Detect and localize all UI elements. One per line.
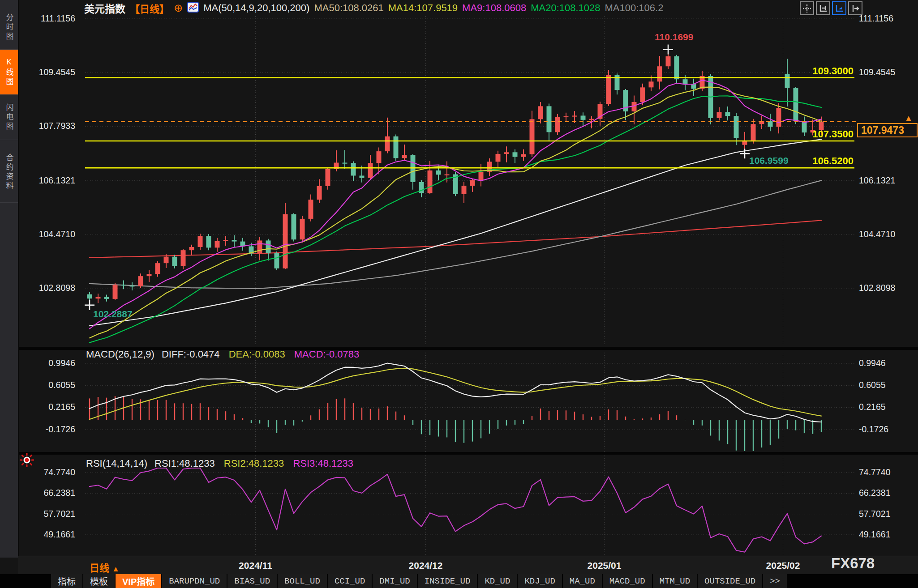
candle-body <box>513 152 518 157</box>
tab-barupdn-ud[interactable]: BARUPDN_UD <box>162 574 227 588</box>
candle-body <box>113 285 118 299</box>
macd-bar <box>370 409 371 420</box>
macd-bar <box>429 420 430 435</box>
candle-body <box>691 84 696 89</box>
macd-bar <box>463 420 464 443</box>
add-indicator-icon[interactable]: ⊕ <box>174 3 183 13</box>
sidebar-item-timeshare-chart[interactable]: 分时图 <box>0 5 18 50</box>
tab-cci-ud[interactable]: CCI_UD <box>328 574 372 588</box>
macd-bar <box>804 420 805 433</box>
price-axis-label: 106.1321 <box>859 175 917 186</box>
price-axis-label: 109.4545 <box>859 67 917 77</box>
candle-body <box>674 56 679 79</box>
left-sidebar: 分时图 K线图 闪电图 合约资料 <box>0 0 19 558</box>
macd-bar <box>566 410 566 420</box>
pane-separator <box>18 452 918 455</box>
sidebar-item-candle-chart[interactable]: K线图 <box>0 50 18 95</box>
tab-bias-ud[interactable]: BIAS_UD <box>227 574 277 588</box>
macd-bar <box>634 419 635 420</box>
price-axis-label: 107.7933 <box>17 121 75 131</box>
macd-axis-label: -0.1726 <box>17 424 75 435</box>
tab-vip-indicators[interactable]: VIP指标 <box>116 574 161 588</box>
candle-body <box>581 115 586 119</box>
sidebar-item-label: 闪电图 <box>4 103 15 132</box>
candle-body <box>555 117 560 132</box>
candle-body <box>283 214 288 268</box>
swing-high-label: 110.1699 <box>655 32 693 43</box>
sidebar-item-contract-info[interactable]: 合约资料 <box>0 142 18 203</box>
macd-bar <box>217 409 218 420</box>
candle-body <box>547 106 552 132</box>
candle-body <box>470 180 475 186</box>
candle-body <box>725 112 730 116</box>
live-blinker-icon <box>20 453 34 469</box>
date-tick-label: 2025/01 <box>578 560 631 571</box>
tab-inside-ud[interactable]: INSIDE_UD <box>418 574 477 588</box>
tab-boll-ud[interactable]: BOLL_UD <box>278 574 327 588</box>
macd-bar <box>600 416 601 420</box>
tab-dmi-ud[interactable]: DMI_UD <box>373 574 416 588</box>
ma100-value: MA100:106.2 <box>605 2 664 14</box>
candle-body <box>649 81 654 87</box>
tab-indicators[interactable]: 指标 <box>51 574 82 588</box>
tab-templates[interactable]: 模板 <box>83 574 115 588</box>
tab-kdj-ud[interactable]: KDJ_UD <box>518 574 562 588</box>
time-axis-strip: 日线▲ 2024/11 2024/12 2025/01 2025/02 <box>18 556 918 575</box>
macd-bar <box>651 418 652 420</box>
macd-bar <box>310 415 311 420</box>
rsi-axis-label: 66.2381 <box>859 488 917 498</box>
period-selector[interactable]: 日线▲ <box>90 560 120 574</box>
macd-bar <box>685 420 686 420</box>
candle-body <box>275 253 279 268</box>
macd-axis-label: 0.6055 <box>17 380 75 390</box>
pan-tool-button[interactable] <box>800 1 814 15</box>
candle-body <box>717 112 722 118</box>
candle-body <box>172 257 177 266</box>
macd-bar <box>268 420 269 427</box>
ma14-value: MA14:107.9519 <box>388 2 458 14</box>
sidebar-item-lightning-chart[interactable]: 闪电图 <box>0 95 18 140</box>
axis-scale-button[interactable] <box>816 1 830 15</box>
tab-outside-ud[interactable]: OUTSIDE_UD <box>698 574 762 588</box>
brand-watermark: FX678 <box>831 555 875 572</box>
indicator-tabbar: 指标 模板 VIP指标 BARUPDN_UD BIAS_UD BOLL_UD C… <box>0 574 918 588</box>
macd-bar <box>132 399 133 420</box>
macd-bar <box>115 396 116 420</box>
tab-kd-ud[interactable]: KD_UD <box>478 574 517 588</box>
macd-bar <box>319 409 320 420</box>
chart-plot-area[interactable] <box>0 0 918 588</box>
candle-body <box>794 88 798 121</box>
macd-bar <box>344 398 345 420</box>
macd-bar <box>412 420 413 425</box>
candle-body <box>445 175 450 175</box>
macd-bar <box>540 409 541 420</box>
candle-body <box>257 240 262 253</box>
tab-macd-ud[interactable]: MACD_UD <box>603 574 652 588</box>
macd-bar <box>770 420 771 445</box>
candle-body <box>232 240 237 242</box>
date-tick-label: 2024/12 <box>399 560 453 571</box>
macd-bar <box>387 406 388 420</box>
macd-bar <box>617 410 618 420</box>
candle-body <box>530 119 535 154</box>
rsi3-value: RSI3:48.1233 <box>293 458 353 469</box>
rsi2-value: RSI2:48.1233 <box>224 458 284 469</box>
macd-bar <box>327 403 328 420</box>
macd-dea-value: DEA:-0.0083 <box>229 349 285 360</box>
tab-mtm-ud[interactable]: MTM_UD <box>653 574 697 588</box>
tab-ma-ud[interactable]: MA_UD <box>563 574 602 588</box>
sidebar-item-label: K线图 <box>4 58 15 87</box>
candle-body <box>402 155 407 158</box>
rsi-axis-label: 66.2381 <box>17 488 75 498</box>
candle-body <box>606 75 611 104</box>
candle-body <box>504 152 509 154</box>
tab-more[interactable]: >> <box>763 574 787 588</box>
macd-bar <box>557 410 558 420</box>
candle-body <box>309 200 313 219</box>
macd-bar <box>659 414 660 420</box>
price-axis-label: 104.4710 <box>17 229 75 239</box>
auto-scale-button[interactable] <box>832 1 846 15</box>
price-axis-label: 106.1321 <box>17 175 75 186</box>
candle-body <box>198 236 203 247</box>
candle-body <box>394 136 399 158</box>
